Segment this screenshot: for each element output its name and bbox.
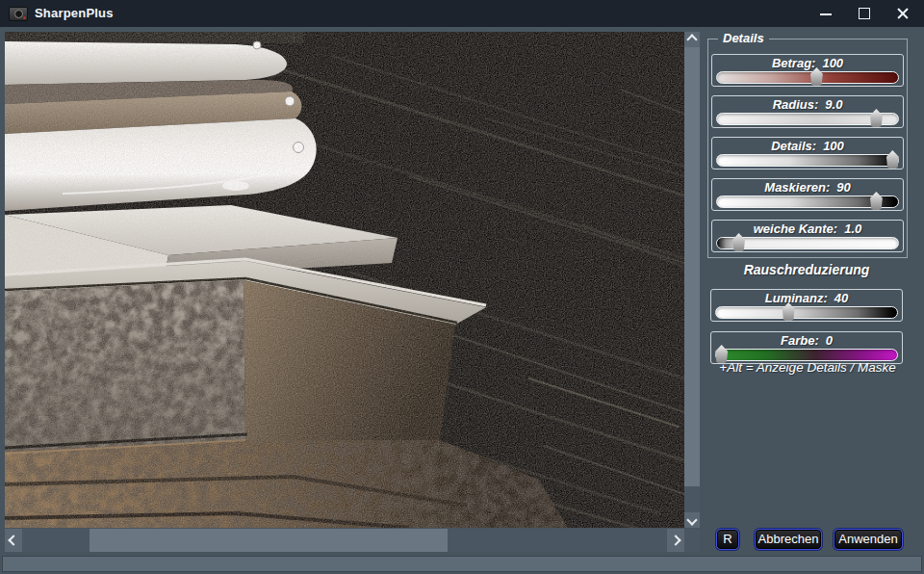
details-group-label: Details	[718, 31, 769, 45]
close-button[interactable]	[884, 0, 922, 27]
scroll-down-icon	[686, 514, 697, 525]
slider-radius: Radius:9.0	[711, 95, 904, 128]
scroll-up-button[interactable]	[684, 32, 700, 47]
details-caption: Details:100	[712, 138, 903, 153]
maximize-button[interactable]	[845, 0, 884, 27]
maskieren-label: Maskieren:	[764, 180, 830, 195]
maskieren-value: 90	[836, 180, 850, 195]
luminanz-slider-track[interactable]	[715, 306, 898, 319]
noise-grain	[5, 32, 684, 528]
horizontal-scrollbar[interactable]	[5, 529, 684, 552]
weiche-kante-label: weiche Kante:	[754, 222, 837, 236]
details-value: 100	[823, 139, 844, 153]
weiche-kante-value: 1.0	[844, 222, 861, 236]
weiche-kante-caption: weiche Kante:1.0	[712, 221, 903, 236]
noise-slider-stack: Luminanz:40Farbe:0	[707, 289, 906, 364]
camera-icon	[9, 7, 28, 21]
radius-caption: Radius:9.0	[712, 96, 903, 112]
farbe-caption: Farbe:0	[711, 332, 902, 348]
slider-luminanz: Luminanz:40	[710, 289, 903, 322]
vertical-scroll-thumb[interactable]	[684, 47, 700, 486]
minimize-button[interactable]	[807, 0, 845, 27]
alt-hint-text: +Alt = Anzeige Details / Maske	[698, 360, 917, 375]
radius-slider-track[interactable]	[716, 113, 899, 125]
slider-farbe: Farbe:0	[710, 331, 903, 364]
radius-label: Radius:	[773, 97, 819, 112]
titlebar[interactable]: SharpenPlus	[0, 0, 924, 27]
maskieren-slider-track[interactable]	[716, 196, 899, 208]
details-slider-track[interactable]	[716, 154, 899, 167]
window-controls	[807, 0, 922, 27]
sharpenplus-window: { "window": { "title": "SharpenPlus" }, …	[0, 0, 924, 574]
scroll-left-button[interactable]	[5, 529, 22, 552]
apply-button[interactable]: Anwenden	[834, 529, 903, 550]
reset-button[interactable]: R	[716, 529, 739, 550]
details-groupbox: Details Betrag:100Radius:9.0Details:100M…	[707, 39, 908, 258]
vertical-scrollbar[interactable]	[684, 32, 700, 528]
luminanz-caption: Luminanz:40	[711, 290, 902, 305]
maximize-icon	[859, 8, 870, 19]
farbe-value: 0	[826, 333, 833, 348]
status-bar	[2, 556, 922, 572]
horizontal-scroll-thumb[interactable]	[90, 529, 448, 552]
scroll-right-icon	[670, 535, 680, 545]
radius-value: 9.0	[825, 97, 842, 112]
details-label: Details:	[771, 139, 816, 153]
maskieren-caption: Maskieren:90	[712, 179, 903, 195]
slider-betrag: Betrag:100	[711, 54, 904, 87]
farbe-label: Farbe:	[781, 333, 819, 348]
scrollbar-corner	[684, 529, 700, 552]
window-title: SharpenPlus	[35, 6, 114, 20]
betrag-label: Betrag:	[772, 56, 816, 70]
betrag-value: 100	[822, 56, 843, 70]
luminanz-value: 40	[834, 291, 848, 305]
details-slider-stack: Betrag:100Radius:9.0Details:100Maskieren…	[708, 54, 907, 261]
minimize-icon	[820, 13, 832, 15]
slider-weiche-kante: weiche Kante:1.0	[711, 220, 904, 252]
preview-image[interactable]	[5, 32, 684, 528]
betrag-slider-track[interactable]	[716, 71, 899, 84]
luminanz-label: Luminanz:	[765, 291, 828, 305]
weiche-kante-slider-track[interactable]	[716, 237, 899, 249]
scroll-left-icon	[8, 535, 18, 545]
scroll-down-button[interactable]	[684, 512, 700, 528]
noise-reduction-section: Rauschreduzierung Luminanz:40Farbe:0	[707, 256, 906, 374]
cancel-button[interactable]: Abbrechen	[755, 529, 822, 550]
slider-details: Details:100	[711, 137, 904, 170]
betrag-caption: Betrag:100	[712, 55, 903, 70]
scroll-right-button[interactable]	[667, 529, 684, 552]
scroll-up-icon	[686, 34, 697, 44]
slider-maskieren: Maskieren:90	[711, 178, 904, 211]
preview-photo	[5, 32, 684, 528]
noise-reduction-heading: Rauschreduzierung	[707, 262, 906, 277]
